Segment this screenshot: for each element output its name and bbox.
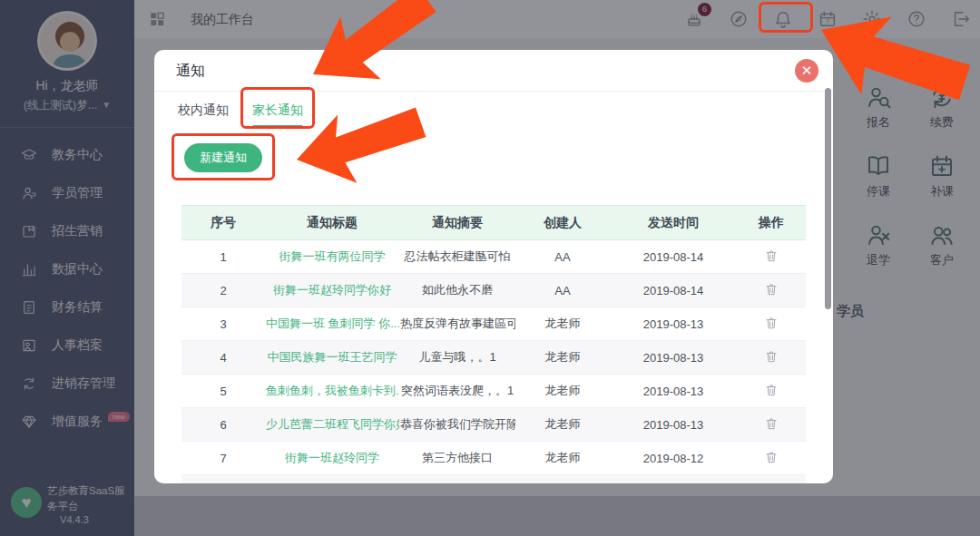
cell-actions bbox=[737, 442, 806, 475]
tab-parent-notices[interactable]: 家长通知 bbox=[252, 97, 303, 136]
app-window: Hi，龙老师 (线上测试)梦...▼ 教务中心学员管理招生营销数据中心财务结算人… bbox=[0, 0, 980, 536]
column-header: 序号 bbox=[181, 206, 265, 240]
cell-creator: 龙老师 bbox=[515, 408, 610, 442]
cell-no: 6 bbox=[181, 408, 265, 442]
cell-date: 2019-08-12 bbox=[610, 442, 737, 475]
delete-icon[interactable] bbox=[764, 315, 779, 331]
cell-creator: AA bbox=[515, 274, 610, 307]
modal-title: 通知 bbox=[176, 50, 205, 92]
cell-title[interactable]: 中国民族舞一班王艺同学 bbox=[265, 341, 399, 375]
cell-title[interactable]: 街舞一班有两位同学 bbox=[265, 240, 399, 274]
cell-actions bbox=[737, 375, 806, 408]
modal-scrollbar[interactable] bbox=[825, 88, 831, 309]
column-header: 通知标题 bbox=[265, 206, 399, 240]
table-row: 1街舞一班有两位同学忍法帖衣柜建匦可怕AA2019-08-14 bbox=[181, 240, 806, 274]
cell-actions bbox=[737, 307, 806, 341]
cell-empty: – bbox=[737, 475, 806, 484]
table-row: 3中国舞一班 鱼刺同学 你...热度反弹有故事建區可龙老师2019-08-13 bbox=[181, 307, 806, 341]
cell-summary: 第三方他接口 bbox=[399, 442, 515, 475]
cell-title[interactable]: 中国舞一班 鱼刺同学 你... bbox=[265, 307, 399, 341]
delete-icon[interactable] bbox=[764, 382, 779, 398]
cell-summary: 如此他永不磨 bbox=[399, 274, 515, 307]
cell-title[interactable]: 少儿芭蕾二班程飞同学你好 bbox=[265, 408, 399, 442]
table-header-row: 序号通知标题通知摘要创建人发送时间操作 bbox=[181, 206, 806, 240]
cell-date: 2019-08-13 bbox=[610, 408, 737, 442]
cell-creator: 龙老师 bbox=[515, 341, 610, 375]
table-row: 6少儿芭蕾二班程飞同学你好恭喜你被我们学院开除了龙老师2019-08-13 bbox=[181, 408, 806, 442]
table-row-partial: – bbox=[181, 475, 806, 484]
cell-date: 2019-08-13 bbox=[610, 307, 737, 341]
cell-empty bbox=[610, 475, 737, 484]
column-header: 通知摘要 bbox=[399, 206, 515, 240]
cell-title[interactable]: 街舞一班赵玲同学你好 bbox=[265, 274, 399, 307]
tab-school-notices[interactable]: 校内通知 bbox=[178, 97, 229, 136]
cell-actions bbox=[737, 408, 806, 442]
cell-no: 5 bbox=[181, 375, 265, 408]
close-icon[interactable]: ✕ bbox=[795, 59, 818, 83]
cell-date: 2019-08-14 bbox=[610, 240, 737, 274]
delete-icon[interactable] bbox=[764, 348, 779, 365]
cell-creator: 龙老师 bbox=[515, 442, 610, 475]
cell-no: 7 bbox=[181, 442, 265, 475]
active-tab-underline bbox=[252, 125, 303, 128]
cell-no: 1 bbox=[181, 240, 265, 274]
modal-header: 通知 ✕ bbox=[154, 50, 833, 92]
cell-empty bbox=[399, 475, 515, 484]
table-row: 2街舞一班赵玲同学你好如此他永不磨AA2019-08-14 bbox=[181, 274, 806, 307]
cell-actions bbox=[737, 240, 806, 274]
notification-tabs: 校内通知 家长通知 bbox=[178, 97, 303, 136]
cell-empty bbox=[515, 475, 610, 484]
cell-date: 2019-08-13 bbox=[610, 375, 737, 408]
cell-no: 3 bbox=[181, 307, 265, 341]
cell-creator: 龙老师 bbox=[515, 375, 610, 408]
cell-empty bbox=[181, 475, 265, 484]
delete-icon[interactable] bbox=[764, 449, 779, 465]
table-row: 5鱼刺鱼刺，我被鱼刺卡到...突然词语表没爬，。1龙老师2019-08-13 bbox=[181, 375, 806, 408]
column-header: 操作 bbox=[737, 206, 806, 240]
cell-title[interactable]: 鱼刺鱼刺，我被鱼刺卡到... bbox=[265, 375, 399, 408]
cell-no: 2 bbox=[181, 274, 265, 307]
cell-summary: 突然词语表没爬，。1 bbox=[399, 375, 515, 408]
cell-summary: 忍法帖衣柜建匦可怕 bbox=[399, 240, 515, 274]
notifications-modal: 通知 ✕ 校内通知 家长通知 新建通知 序号通知标题通知摘要创建人发送时间操作 … bbox=[154, 50, 833, 483]
column-header: 创建人 bbox=[515, 206, 610, 240]
table-row: 4中国民族舞一班王艺同学儿童与哦，。1龙老师2019-08-13 bbox=[181, 341, 806, 375]
cell-actions bbox=[737, 341, 806, 375]
cell-summary: 热度反弹有故事建區可 bbox=[399, 307, 515, 341]
cell-no: 4 bbox=[181, 341, 265, 375]
notifications-table: 序号通知标题通知摘要创建人发送时间操作 1街舞一班有两位同学忍法帖衣柜建匦可怕A… bbox=[181, 205, 806, 483]
cell-creator: 龙老师 bbox=[515, 307, 610, 341]
cell-date: 2019-08-13 bbox=[610, 341, 737, 375]
column-header: 发送时间 bbox=[610, 206, 737, 240]
cell-date: 2019-08-14 bbox=[610, 274, 737, 307]
cell-title[interactable]: 街舞一班赵玲同学 bbox=[265, 442, 399, 475]
cell-empty bbox=[265, 475, 399, 484]
cell-summary: 恭喜你被我们学院开除了 bbox=[399, 408, 515, 442]
delete-icon[interactable] bbox=[764, 248, 779, 264]
cell-creator: AA bbox=[515, 240, 610, 274]
cell-actions bbox=[737, 274, 806, 307]
delete-icon[interactable] bbox=[764, 281, 779, 297]
new-notification-button[interactable]: 新建通知 bbox=[184, 143, 262, 172]
cell-summary: 儿童与哦，。1 bbox=[399, 341, 515, 375]
delete-icon[interactable] bbox=[764, 415, 779, 432]
table-row: 7街舞一班赵玲同学第三方他接口龙老师2019-08-12 bbox=[181, 442, 806, 475]
